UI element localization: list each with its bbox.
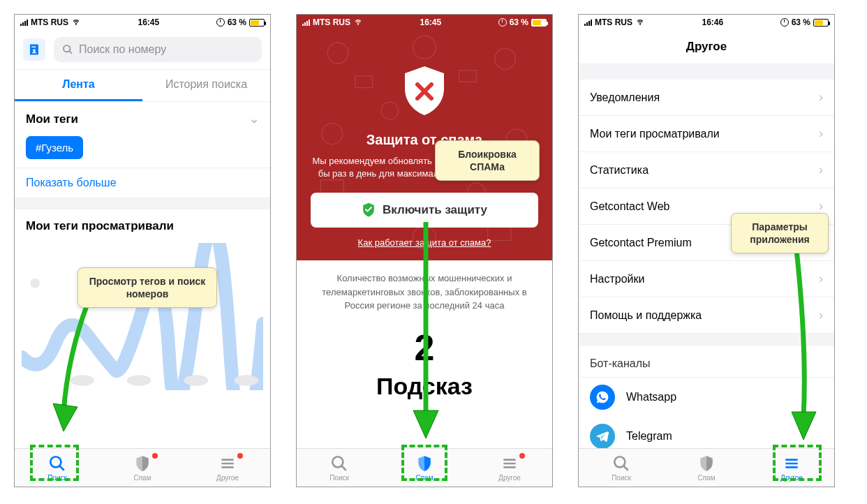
viewed-label: Мои теги просматривали	[26, 219, 174, 233]
svg-rect-18	[488, 226, 511, 241]
row-label: Уведомления	[590, 91, 660, 104]
list-item-notifications[interactable]: Уведомления›	[579, 80, 834, 116]
bot-label: Whatsapp	[626, 391, 676, 403]
alarm-icon	[780, 18, 789, 27]
callout-1-text: Просмотр тегов и поиск номеров	[89, 276, 206, 299]
whatsapp-icon	[590, 385, 615, 410]
signal-icon	[584, 19, 592, 26]
wifi-icon	[71, 19, 81, 26]
tab-other-label: Другое	[498, 474, 521, 482]
svg-point-8	[358, 24, 359, 25]
time-label: 16:45	[138, 17, 159, 27]
telegram-icon	[590, 424, 615, 448]
svg-point-11	[495, 48, 516, 69]
tab-search-label: Поиск	[329, 474, 349, 482]
callout-2-text: Блоикровка СПАМа	[458, 149, 516, 172]
search-placeholder: Поиск по номеру	[79, 43, 166, 56]
menu-icon	[218, 454, 237, 473]
chevron-right-icon: ›	[819, 126, 823, 141]
tab-feed[interactable]: Лента	[15, 70, 142, 101]
list-item-statistics[interactable]: Статистика›	[579, 152, 834, 188]
svg-rect-16	[320, 180, 343, 195]
feed-tabs: Лента История поиска	[15, 70, 270, 102]
statusbar: MTS RUS 16:45 63 %	[15, 15, 270, 30]
svg-point-21	[332, 457, 343, 467]
row-label: Мои теги просматривали	[590, 128, 720, 140]
shield-icon	[133, 454, 151, 473]
phone-screen-3: MTS RUS 16:46 63 % Другое Уведомления› М…	[578, 14, 835, 487]
row-label: Настройки	[590, 273, 644, 286]
viewed-header: Мои теги просматривали	[15, 209, 270, 243]
svg-point-22	[640, 24, 641, 25]
highlight-box-3	[773, 445, 822, 481]
row-label: Статистика	[590, 164, 649, 177]
svg-point-20	[468, 183, 485, 200]
time-label: 16:46	[702, 17, 723, 27]
my-tags-label: Мои теги	[26, 112, 78, 126]
search-input[interactable]: Поиск по номеру	[54, 37, 262, 62]
show-more-link[interactable]: Показать больше	[15, 168, 270, 198]
highlight-box-1	[30, 445, 79, 481]
svg-rect-13	[459, 71, 477, 82]
arrow-3	[776, 250, 824, 445]
row-label: Getcontact Web	[590, 200, 669, 213]
svg-point-0	[76, 24, 77, 25]
tab-other[interactable]: Другое	[185, 449, 270, 487]
callout-3-text: Параметры приложения	[750, 221, 809, 245]
signal-icon	[302, 19, 310, 26]
tab-spam[interactable]: Спам	[664, 449, 749, 487]
tab-spam-label: Спам	[133, 474, 151, 482]
battery-icon	[813, 19, 829, 27]
battery-percent: 63 %	[792, 17, 810, 27]
tab-history[interactable]: История поиска	[142, 70, 270, 101]
tab-spam-label: Спам	[697, 474, 715, 482]
battery-percent: 63 %	[510, 17, 528, 27]
carrier-label: MTS RUS	[595, 17, 632, 27]
list-item-mytags-viewed[interactable]: Мои теги просматривали›	[579, 116, 834, 152]
callout-2: Блоикровка СПАМа	[435, 140, 540, 181]
wifi-icon	[353, 19, 363, 26]
my-tags-header[interactable]: Мои теги ⌄	[15, 102, 270, 136]
tab-search[interactable]: Поиск	[579, 449, 664, 487]
svg-point-19	[381, 102, 399, 119]
time-label: 16:45	[420, 17, 441, 27]
search-header: Поиск по номеру	[15, 30, 270, 70]
phone-screen-1: MTS RUS 16:45 63 % Поиск по номеру Лента…	[14, 14, 271, 487]
svg-point-2	[30, 279, 39, 288]
svg-point-4	[127, 375, 151, 385]
carrier-label: MTS RUS	[31, 17, 68, 27]
notification-dot	[237, 453, 243, 459]
battery-icon	[249, 19, 265, 27]
menu-icon	[501, 454, 519, 473]
svg-point-1	[64, 45, 70, 52]
chevron-right-icon: ›	[819, 163, 823, 177]
svg-point-23	[614, 457, 625, 467]
alarm-icon	[498, 18, 507, 27]
highlight-box-2	[401, 445, 447, 481]
search-icon	[612, 454, 630, 473]
chevron-down-icon: ⌄	[249, 112, 259, 126]
arrow-1	[39, 302, 102, 442]
chevron-right-icon: ›	[819, 90, 823, 105]
row-label: Getcontact Premium	[590, 237, 692, 249]
svg-point-14	[322, 124, 343, 144]
tab-other-label: Другое	[216, 474, 239, 482]
wifi-icon	[635, 19, 645, 26]
row-label: Помощь и поддержка	[590, 309, 702, 322]
svg-point-10	[413, 36, 436, 59]
tag-chip[interactable]: #Гузель	[26, 136, 83, 159]
battery-icon	[531, 19, 547, 27]
carrier-label: MTS RUS	[313, 17, 350, 27]
callout-1: Просмотр тегов и поиск номеров	[77, 267, 217, 308]
contacts-icon[interactable]	[23, 38, 45, 61]
battery-percent: 63 %	[228, 17, 246, 27]
notification-dot	[152, 453, 158, 459]
svg-rect-12	[355, 76, 373, 88]
statusbar: MTS RUS 16:46 63 %	[579, 15, 834, 30]
callout-3: Параметры приложения	[731, 213, 829, 253]
tab-search[interactable]: Поиск	[297, 449, 382, 487]
alarm-icon	[216, 18, 225, 27]
tab-spam[interactable]: Спам	[100, 449, 185, 487]
tab-other[interactable]: Другое	[467, 449, 552, 487]
statusbar: MTS RUS 16:45 63 %	[297, 15, 552, 30]
